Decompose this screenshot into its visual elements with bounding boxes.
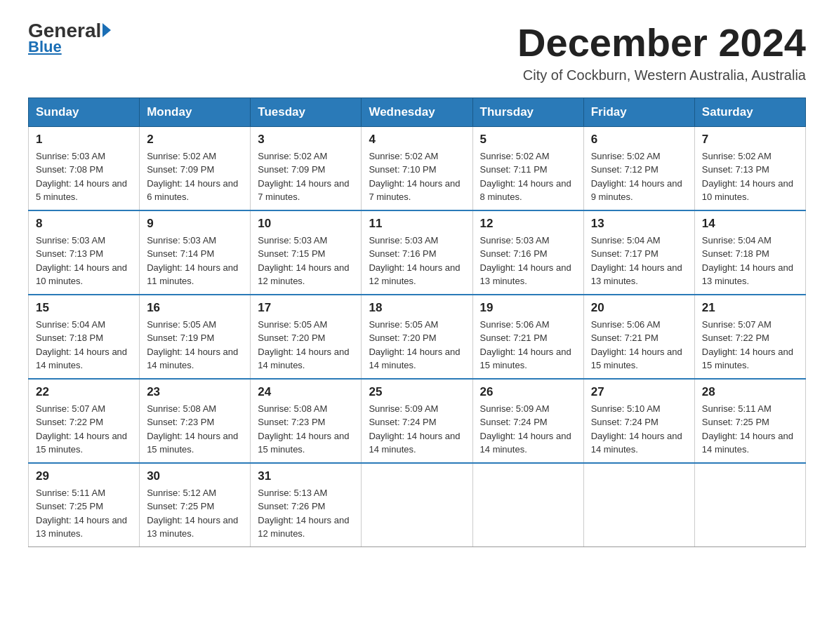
- day-info-28: Sunrise: 5:11 AMSunset: 7:25 PMDaylight:…: [702, 402, 798, 457]
- day-number-30: 30: [147, 469, 243, 483]
- day-info-2: Sunrise: 5:02 AMSunset: 7:09 PMDaylight:…: [147, 149, 243, 204]
- calendar-cell-w2-d7: 14Sunrise: 5:04 AMSunset: 7:18 PMDayligh…: [694, 210, 805, 295]
- day-info-12: Sunrise: 5:03 AMSunset: 7:16 PMDaylight:…: [480, 234, 576, 288]
- day-number-14: 14: [702, 217, 798, 231]
- day-number-23: 23: [147, 385, 243, 399]
- calendar-cell-w1-d5: 5Sunrise: 5:02 AMSunset: 7:11 PMDaylight…: [472, 126, 583, 210]
- day-info-10: Sunrise: 5:03 AMSunset: 7:15 PMDaylight:…: [258, 234, 354, 288]
- logo-area: General Blue: [28, 21, 111, 56]
- day-number-4: 4: [369, 133, 465, 147]
- calendar-cell-w1-d2: 2Sunrise: 5:02 AMSunset: 7:09 PMDaylight…: [140, 126, 251, 210]
- calendar-cell-w1-d6: 6Sunrise: 5:02 AMSunset: 7:12 PMDaylight…: [583, 126, 694, 210]
- calendar-cell-w1-d7: 7Sunrise: 5:02 AMSunset: 7:13 PMDaylight…: [694, 126, 805, 210]
- calendar-cell-w2-d1: 8Sunrise: 5:03 AMSunset: 7:13 PMDaylight…: [29, 210, 140, 295]
- day-number-12: 12: [480, 217, 576, 231]
- day-number-18: 18: [369, 301, 465, 315]
- day-info-5: Sunrise: 5:02 AMSunset: 7:11 PMDaylight:…: [480, 149, 576, 204]
- col-monday: Monday: [140, 98, 251, 126]
- day-info-11: Sunrise: 5:03 AMSunset: 7:16 PMDaylight:…: [369, 234, 465, 288]
- calendar-cell-w3-d5: 19Sunrise: 5:06 AMSunset: 7:21 PMDayligh…: [472, 295, 583, 379]
- day-number-13: 13: [591, 217, 687, 231]
- calendar-cell-w3-d2: 16Sunrise: 5:05 AMSunset: 7:19 PMDayligh…: [140, 295, 251, 379]
- calendar-cell-w4-d5: 26Sunrise: 5:09 AMSunset: 7:24 PMDayligh…: [472, 379, 583, 463]
- day-number-17: 17: [258, 301, 354, 315]
- calendar-cell-w3-d7: 21Sunrise: 5:07 AMSunset: 7:22 PMDayligh…: [694, 295, 805, 379]
- day-info-20: Sunrise: 5:06 AMSunset: 7:21 PMDaylight:…: [591, 318, 687, 373]
- day-info-22: Sunrise: 5:07 AMSunset: 7:22 PMDaylight:…: [36, 402, 132, 457]
- day-info-17: Sunrise: 5:05 AMSunset: 7:20 PMDaylight:…: [258, 318, 354, 373]
- calendar-week-row-4: 22Sunrise: 5:07 AMSunset: 7:22 PMDayligh…: [29, 379, 806, 463]
- day-info-21: Sunrise: 5:07 AMSunset: 7:22 PMDaylight:…: [702, 318, 798, 373]
- calendar-cell-w3-d1: 15Sunrise: 5:04 AMSunset: 7:18 PMDayligh…: [29, 295, 140, 379]
- day-number-6: 6: [591, 133, 687, 147]
- day-info-23: Sunrise: 5:08 AMSunset: 7:23 PMDaylight:…: [147, 402, 243, 457]
- day-number-19: 19: [480, 301, 576, 315]
- day-number-15: 15: [36, 301, 132, 315]
- day-info-7: Sunrise: 5:02 AMSunset: 7:13 PMDaylight:…: [702, 149, 798, 204]
- day-number-29: 29: [36, 469, 132, 483]
- logo-triangle-icon: [102, 23, 111, 37]
- day-info-31: Sunrise: 5:13 AMSunset: 7:26 PMDaylight:…: [258, 486, 354, 541]
- day-info-24: Sunrise: 5:08 AMSunset: 7:23 PMDaylight:…: [258, 402, 354, 457]
- calendar-cell-w2-d2: 9Sunrise: 5:03 AMSunset: 7:14 PMDaylight…: [140, 210, 251, 295]
- calendar-cell-w4-d7: 28Sunrise: 5:11 AMSunset: 7:25 PMDayligh…: [694, 379, 805, 463]
- calendar-cell-w5-d3: 31Sunrise: 5:13 AMSunset: 7:26 PMDayligh…: [251, 463, 362, 547]
- month-title: December 2024: [517, 21, 806, 65]
- location-subtitle: City of Cockburn, Western Australia, Aus…: [517, 67, 806, 83]
- calendar-table: Sunday Monday Tuesday Wednesday Thursday…: [28, 98, 806, 547]
- day-info-16: Sunrise: 5:05 AMSunset: 7:19 PMDaylight:…: [147, 318, 243, 373]
- day-info-1: Sunrise: 5:03 AMSunset: 7:08 PMDaylight:…: [36, 149, 132, 204]
- col-sunday: Sunday: [29, 98, 140, 126]
- col-wednesday: Wednesday: [362, 98, 472, 126]
- day-number-8: 8: [36, 217, 132, 231]
- day-info-19: Sunrise: 5:06 AMSunset: 7:21 PMDaylight:…: [480, 318, 576, 373]
- day-number-24: 24: [258, 385, 354, 399]
- day-number-31: 31: [258, 469, 354, 483]
- calendar-week-row-3: 15Sunrise: 5:04 AMSunset: 7:18 PMDayligh…: [29, 295, 806, 379]
- day-number-1: 1: [36, 133, 132, 147]
- calendar-cell-w1-d4: 4Sunrise: 5:02 AMSunset: 7:10 PMDaylight…: [362, 126, 472, 210]
- calendar-cell-w5-d6: [583, 463, 694, 547]
- calendar-week-row-5: 29Sunrise: 5:11 AMSunset: 7:25 PMDayligh…: [29, 463, 806, 547]
- day-info-8: Sunrise: 5:03 AMSunset: 7:13 PMDaylight:…: [36, 234, 132, 288]
- calendar-cell-w4-d4: 25Sunrise: 5:09 AMSunset: 7:24 PMDayligh…: [362, 379, 472, 463]
- day-number-20: 20: [591, 301, 687, 315]
- day-info-9: Sunrise: 5:03 AMSunset: 7:14 PMDaylight:…: [147, 234, 243, 288]
- calendar-cell-w3-d3: 17Sunrise: 5:05 AMSunset: 7:20 PMDayligh…: [251, 295, 362, 379]
- calendar-cell-w2-d3: 10Sunrise: 5:03 AMSunset: 7:15 PMDayligh…: [251, 210, 362, 295]
- day-info-29: Sunrise: 5:11 AMSunset: 7:25 PMDaylight:…: [36, 486, 132, 541]
- day-info-3: Sunrise: 5:02 AMSunset: 7:09 PMDaylight:…: [258, 149, 354, 204]
- calendar-cell-w4-d6: 27Sunrise: 5:10 AMSunset: 7:24 PMDayligh…: [583, 379, 694, 463]
- calendar-cell-w2-d5: 12Sunrise: 5:03 AMSunset: 7:16 PMDayligh…: [472, 210, 583, 295]
- calendar-header-row: Sunday Monday Tuesday Wednesday Thursday…: [29, 98, 806, 126]
- day-number-26: 26: [480, 385, 576, 399]
- calendar-week-row-1: 1Sunrise: 5:03 AMSunset: 7:08 PMDaylight…: [29, 126, 806, 210]
- calendar-cell-w4-d1: 22Sunrise: 5:07 AMSunset: 7:22 PMDayligh…: [29, 379, 140, 463]
- day-info-18: Sunrise: 5:05 AMSunset: 7:20 PMDaylight:…: [369, 318, 465, 373]
- col-saturday: Saturday: [694, 98, 805, 126]
- day-number-2: 2: [147, 133, 243, 147]
- day-number-5: 5: [480, 133, 576, 147]
- day-number-10: 10: [258, 217, 354, 231]
- calendar-cell-w5-d1: 29Sunrise: 5:11 AMSunset: 7:25 PMDayligh…: [29, 463, 140, 547]
- day-number-16: 16: [147, 301, 243, 315]
- calendar-cell-w1-d3: 3Sunrise: 5:02 AMSunset: 7:09 PMDaylight…: [251, 126, 362, 210]
- day-info-25: Sunrise: 5:09 AMSunset: 7:24 PMDaylight:…: [369, 402, 465, 457]
- day-number-9: 9: [147, 217, 243, 231]
- day-info-14: Sunrise: 5:04 AMSunset: 7:18 PMDaylight:…: [702, 234, 798, 288]
- calendar-cell-w2-d4: 11Sunrise: 5:03 AMSunset: 7:16 PMDayligh…: [362, 210, 472, 295]
- day-info-26: Sunrise: 5:09 AMSunset: 7:24 PMDaylight:…: [480, 402, 576, 457]
- calendar-cell-w5-d2: 30Sunrise: 5:12 AMSunset: 7:25 PMDayligh…: [140, 463, 251, 547]
- day-number-21: 21: [702, 301, 798, 315]
- day-number-25: 25: [369, 385, 465, 399]
- day-info-30: Sunrise: 5:12 AMSunset: 7:25 PMDaylight:…: [147, 486, 243, 541]
- calendar-cell-w4-d2: 23Sunrise: 5:08 AMSunset: 7:23 PMDayligh…: [140, 379, 251, 463]
- day-number-3: 3: [258, 133, 354, 147]
- day-info-6: Sunrise: 5:02 AMSunset: 7:12 PMDaylight:…: [591, 149, 687, 204]
- calendar-cell-w1-d1: 1Sunrise: 5:03 AMSunset: 7:08 PMDaylight…: [29, 126, 140, 210]
- calendar-cell-w5-d4: [362, 463, 472, 547]
- calendar-cell-w3-d6: 20Sunrise: 5:06 AMSunset: 7:21 PMDayligh…: [583, 295, 694, 379]
- calendar-cell-w5-d7: [694, 463, 805, 547]
- day-number-22: 22: [36, 385, 132, 399]
- day-number-27: 27: [591, 385, 687, 399]
